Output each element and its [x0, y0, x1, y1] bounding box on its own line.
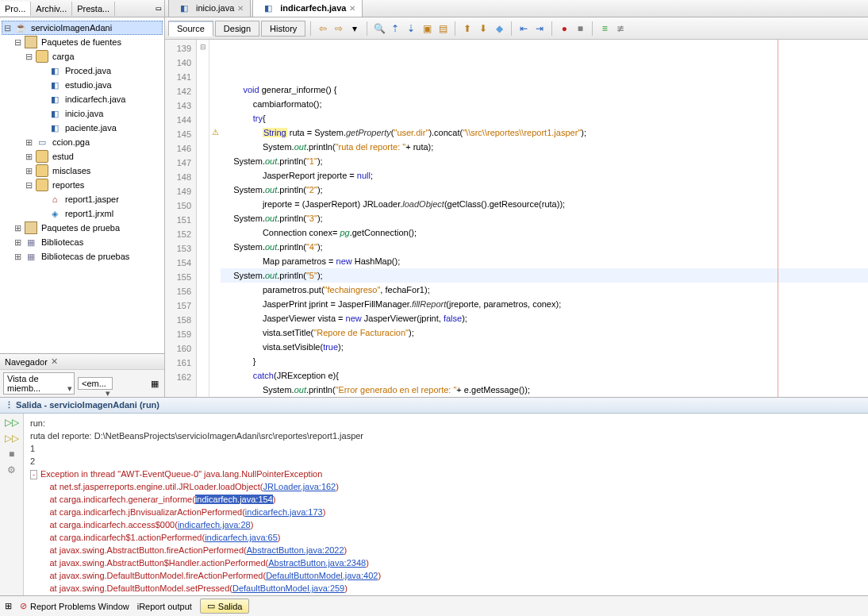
navigator-settings-icon[interactable]: ▦ [148, 377, 161, 390]
package-icon [36, 179, 48, 191]
find-sel-icon[interactable]: 🔍 [372, 21, 386, 36]
java-file-icon [48, 79, 61, 91]
nav-fwd-icon[interactable]: ⇨ [332, 21, 346, 36]
rerun-icon[interactable]: ▷▷ [5, 417, 19, 428]
package-icon [36, 164, 48, 177]
tree-project-root[interactable]: ⊟servicioImagenAdani [2, 21, 163, 35]
editor-tab-indicarfech[interactable]: indicarfech.java✕ [252, 0, 363, 17]
shift-right-icon[interactable]: ⇥ [532, 21, 547, 36]
tree-file[interactable]: report1.jasper [2, 192, 163, 206]
navigator-view-combo[interactable]: Vista de miemb... [3, 372, 75, 395]
uncomment-icon[interactable]: ≢ [613, 21, 628, 36]
editor-tab-inicio[interactable]: inicio.java✕ [168, 0, 251, 17]
output-gutter: ▷▷ ▷▷ ■ ⚙ [0, 414, 24, 595]
tree-file[interactable]: inicio.java [2, 106, 163, 121]
toggle-bookmark-icon[interactable]: ▤ [436, 21, 450, 36]
editor-toolbar: Source Design History ⇦ ⇨ ▾ 🔍 ⇡ ⇣ ▣ ▤ ⬆ … [165, 17, 868, 40]
line-gutter: 1391401411421431441451461471481491501511… [165, 40, 197, 397]
tree-test-packages[interactable]: ⊞Paquetes de prueba [2, 221, 163, 235]
navigator-filter-combo[interactable]: <em... [78, 377, 113, 390]
java-file-icon [48, 64, 61, 77]
output-pane: ⋮ Salida - servicioImagenAdani (run) ▷▷ … [0, 397, 868, 595]
tab-projects[interactable]: Pro... [0, 2, 31, 16]
tree-file[interactable]: paciente.java [2, 121, 163, 135]
macro-record-icon[interactable]: ● [557, 21, 571, 36]
output-icon: ▭ [207, 601, 215, 611]
tree-file[interactable]: Proced.java [2, 64, 163, 78]
editor-tabs: inicio.java✕ indicarfech.java✕ [165, 0, 868, 17]
tab-services[interactable]: Presta... [72, 2, 115, 16]
tree-file[interactable]: indicarfech.java [2, 92, 163, 106]
nav-back-icon[interactable]: ⇦ [316, 21, 330, 36]
find-next-icon[interactable]: ⇣ [404, 21, 418, 36]
java-file-icon [178, 2, 190, 14]
settings-icon[interactable]: ⚙ [7, 464, 16, 475]
package-root-icon [25, 36, 37, 48]
java-file-icon [48, 121, 61, 134]
code-editor[interactable]: 1391401411421431441451461471481491501511… [165, 40, 868, 397]
jrxml-icon [48, 207, 61, 220]
collapse-status-icon[interactable]: ⊞ [5, 601, 12, 611]
design-tab[interactable]: Design [215, 21, 259, 37]
prev-bookmark-icon[interactable]: ⬆ [460, 21, 474, 36]
tree-pkg-estud[interactable]: ⊞estud [2, 149, 163, 164]
glyph-column: ⚠ [209, 40, 221, 397]
margin-line [778, 40, 778, 397]
tab-files[interactable]: Archiv... [31, 2, 72, 16]
library-icon [25, 236, 37, 248]
ireport-output-button[interactable]: iReport output [137, 602, 192, 611]
tree-test-libraries[interactable]: ⊞Bibliotecas de pruebas [2, 249, 163, 264]
tree-pkg-reportes[interactable]: ⊟reportes [2, 178, 163, 192]
tree-libraries[interactable]: ⊞Bibliotecas [2, 235, 163, 249]
history-tab[interactable]: History [261, 21, 305, 37]
minimize-button[interactable]: ▭ [152, 2, 164, 15]
navigator-close-icon[interactable]: ✕ [51, 356, 58, 367]
code-text[interactable]: void generar_informe() { cambiarformato(… [221, 40, 868, 397]
output-text[interactable]: run:ruta del reporte: D:\NetBeansProject… [24, 414, 868, 595]
toggle-highlight-icon[interactable]: ▣ [420, 21, 434, 36]
comment-icon[interactable]: ≡ [597, 21, 612, 36]
tree-file[interactable]: estudio.java [2, 78, 163, 92]
package-icon [36, 150, 48, 163]
next-bookmark-icon[interactable]: ⬇ [476, 21, 490, 36]
close-icon[interactable]: ✕ [237, 4, 244, 13]
report-problems-button[interactable]: ⊘Report Problems Window [20, 601, 129, 611]
find-prev-icon[interactable]: ⇡ [388, 21, 402, 36]
project-tree[interactable]: ⊟servicioImagenAdani ⊟Paquetes de fuente… [0, 17, 164, 353]
tree-pkg-carga[interactable]: ⊟carga [2, 49, 163, 64]
stop-icon[interactable]: ■ [9, 449, 14, 460]
source-tab[interactable]: Source [168, 21, 213, 37]
navigator-pane: Navegador ✕ Vista de miemb... <em... ▦ [0, 353, 164, 397]
status-bar: ⊞ ⊘Report Problems Window iReport output… [0, 595, 868, 616]
db-icon [36, 136, 48, 148]
output-title: ⋮ Salida - servicioImagenAdani (run) [0, 398, 868, 414]
rerun-debug-icon[interactable]: ▷▷ [5, 433, 19, 444]
library-icon [25, 250, 37, 263]
salida-button[interactable]: ▭Salida [200, 599, 250, 614]
tree-source-packages[interactable]: ⊟Paquetes de fuentes [2, 35, 163, 49]
project-icon [14, 21, 27, 34]
tree-file[interactable]: report1.jrxml [2, 206, 163, 221]
shift-left-icon[interactable]: ⇤ [517, 21, 531, 36]
fold-column[interactable]: ⊟ [197, 40, 209, 397]
java-file-icon [48, 107, 61, 120]
java-file-icon [262, 2, 275, 14]
jasper-icon [48, 193, 61, 206]
error-icon: ⊘ [20, 601, 27, 611]
project-tabs: Pro... Archiv... Presta... ▭ [0, 0, 164, 17]
tree-ccion[interactable]: ⊞ccion.pga [2, 135, 163, 149]
close-icon[interactable]: ✕ [349, 4, 355, 13]
navigator-title: Navegador [5, 357, 48, 367]
dropdown-icon[interactable]: ▾ [348, 21, 362, 36]
macro-stop-icon[interactable]: ■ [573, 21, 587, 36]
package-root-icon [25, 221, 37, 234]
package-icon [36, 50, 48, 63]
goto-bookmark-icon[interactable]: ◆ [492, 21, 506, 36]
java-file-icon [48, 93, 61, 106]
tree-pkg-misclases[interactable]: ⊞misclases [2, 164, 163, 178]
